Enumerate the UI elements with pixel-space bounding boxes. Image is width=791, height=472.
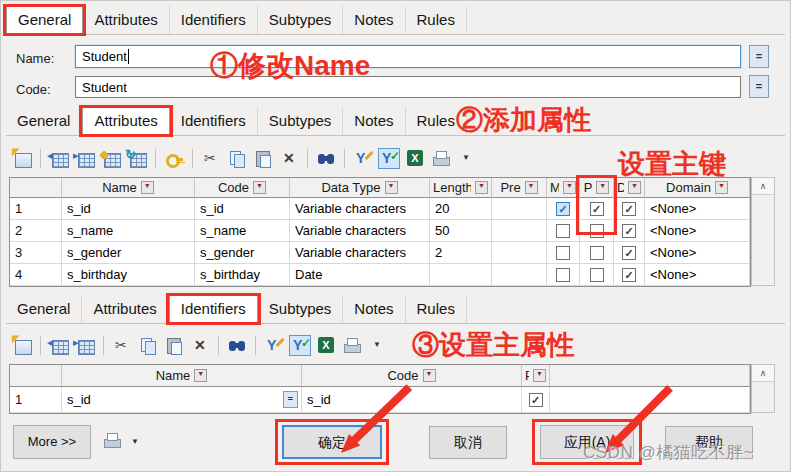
column-header-code[interactable]: Code [302,365,522,387]
tab-attributes[interactable]: Attributes [82,106,169,136]
print-icon[interactable] [341,335,363,356]
cell-name[interactable]: s_id= [62,387,302,413]
cell-domain[interactable]: <None> [645,242,750,264]
checkbox-mandatory[interactable]: ✓ [556,202,570,216]
row-selector[interactable]: 3 [10,242,62,264]
excel-export-icon[interactable] [315,335,337,356]
column-header-name[interactable]: Name [62,365,302,387]
dropdown-arrow-icon[interactable] [367,335,389,356]
find-icon[interactable] [226,335,248,356]
checkbox-primary[interactable]: ✓ [529,393,543,407]
cell-pre[interactable] [492,220,547,242]
cell-domain[interactable]: <None> [645,264,750,286]
column-filter-icon[interactable] [628,181,641,194]
add-attribute-icon[interactable] [100,148,122,169]
checkbox-displayed[interactable]: ✓ [622,246,636,260]
scroll-up-icon[interactable] [752,178,774,195]
filter-icon[interactable] [352,148,374,169]
row-selector[interactable]: 1 [10,198,62,220]
tab-general[interactable]: General [6,107,82,135]
excel-export-icon[interactable] [404,148,426,169]
cell-datatype[interactable]: Variable characters [290,198,430,220]
checkbox-mandatory[interactable] [556,224,570,238]
dropdown-arrow-icon[interactable] [125,432,147,453]
column-filter-icon[interactable] [385,181,398,194]
filter-applied-icon[interactable] [378,148,400,169]
cell-name[interactable]: s_birthday [62,264,195,286]
row-selector[interactable]: 2 [10,220,62,242]
column-header-code[interactable]: Code [195,178,290,198]
column-header-datatype[interactable]: Data Type [290,178,430,198]
cell-datatype[interactable]: Variable characters [290,242,430,264]
column-header-pre[interactable]: Pre [492,178,547,198]
cell-length[interactable]: 50 [430,220,492,242]
column-header-name[interactable]: Name [62,178,195,198]
checkbox-mandatory[interactable] [556,268,570,282]
vertical-scrollbar[interactable] [751,177,775,286]
tab-subtypes[interactable]: Subtypes [258,295,344,323]
cell-pre[interactable] [492,242,547,264]
cell-pre[interactable] [492,198,547,220]
tab-general[interactable]: General [6,5,83,35]
column-filter-icon[interactable] [194,369,207,382]
tab-notes[interactable]: Notes [343,107,405,135]
cell-code[interactable]: s_id [195,198,290,220]
tab-rules[interactable]: Rules [406,6,467,34]
insert-row-icon[interactable] [48,148,70,169]
tab-identifiers[interactable]: Identifiers [170,6,258,34]
cell-length[interactable]: 2 [430,242,492,264]
cell-code[interactable]: s_birthday [195,264,290,286]
cell-domain[interactable]: <None> [645,220,750,242]
dropdown-arrow-icon[interactable] [456,148,478,169]
delete-icon[interactable] [278,148,300,169]
add-row-icon[interactable] [74,335,96,356]
checkbox-primary[interactable]: ✓ [590,202,604,216]
find-icon[interactable] [315,148,337,169]
row-selector[interactable]: 4 [10,264,62,286]
tab-notes[interactable]: Notes [343,6,405,34]
tab-rules[interactable]: Rules [406,295,467,323]
cut-icon[interactable] [111,335,133,356]
delete-icon[interactable] [189,335,211,356]
code-input[interactable] [75,76,741,98]
cell-equals-button[interactable]: = [283,391,298,408]
column-filter-icon[interactable] [475,181,488,194]
properties-icon[interactable] [11,335,33,356]
cell-name[interactable]: s_id [62,198,195,220]
tab-general[interactable]: General [6,295,82,323]
checkbox-primary[interactable] [590,246,604,260]
add-row-icon[interactable] [74,148,96,169]
column-filter-icon[interactable] [423,369,436,382]
column-header-mandatory[interactable]: M [547,178,580,198]
more-button[interactable]: More >> [13,425,91,459]
tab-identifiers[interactable]: Identifiers [169,294,258,324]
tab-attributes[interactable]: Attributes [82,295,168,323]
name-input[interactable] [75,45,741,68]
scroll-up-icon[interactable] [752,365,774,382]
reuse-attribute-icon[interactable] [126,148,148,169]
paste-icon[interactable] [252,148,274,169]
checkbox-displayed[interactable]: ✓ [622,202,636,216]
cell-length[interactable]: 20 [430,198,492,220]
cell-pre[interactable] [492,264,547,286]
tab-notes[interactable]: Notes [343,295,405,323]
cell-length[interactable] [430,264,492,286]
name-equals-button[interactable]: = [749,45,769,68]
column-filter-icon[interactable] [596,181,609,194]
cell-code[interactable]: s_name [195,220,290,242]
cancel-button[interactable]: 取消 [429,426,507,459]
column-filter-icon[interactable] [533,369,546,382]
copy-icon[interactable] [226,148,248,169]
tab-subtypes[interactable]: Subtypes [258,6,344,34]
cell-name[interactable]: s_gender [62,242,195,264]
vertical-scrollbar[interactable] [751,364,775,413]
cell-domain[interactable]: <None> [645,198,750,220]
insert-row-icon[interactable] [48,335,70,356]
code-equals-button[interactable]: = [749,75,769,98]
checkbox-primary[interactable] [590,268,604,282]
column-filter-icon[interactable] [141,181,154,194]
tab-identifiers[interactable]: Identifiers [170,107,258,135]
properties-icon[interactable] [11,148,33,169]
column-filter-icon[interactable] [525,181,538,194]
print-icon[interactable] [101,430,123,451]
